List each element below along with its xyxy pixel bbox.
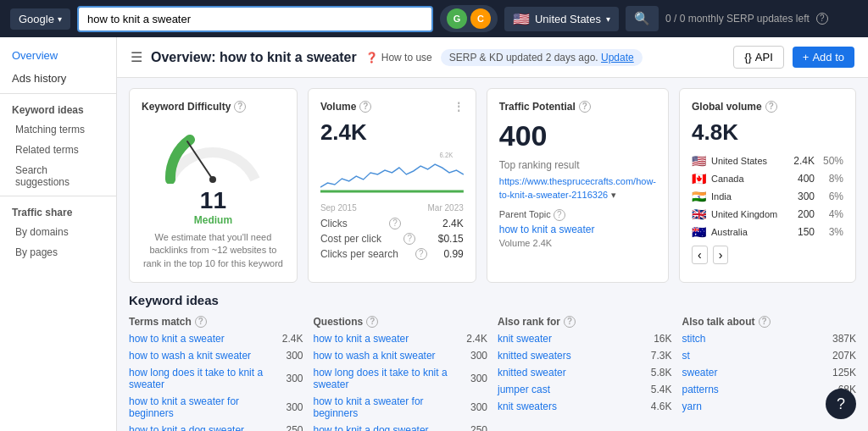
ideas-link[interactable]: jumper cast — [498, 384, 642, 395]
ideas-val: 387K — [826, 333, 856, 345]
keyword-ideas-grid: Terms match ? how to knit a sweater 2.4K… — [129, 316, 856, 431]
parent-topic-info-icon[interactable]: ? — [554, 209, 565, 221]
ideas-col-info-icon[interactable]: ? — [195, 316, 207, 328]
ideas-row: stitch 387K — [682, 333, 857, 345]
ideas-link[interactable]: how long does it take to knit a sweater — [129, 367, 273, 390]
help-fab[interactable]: ? — [826, 389, 856, 419]
difficulty-info-icon[interactable]: ? — [234, 101, 246, 113]
ideas-row: how to knit a dog sweater 250 — [129, 424, 303, 431]
sidebar-item-matching[interactable]: Matching terms — [0, 119, 116, 140]
ideas-col-1: Questions ? how to knit a sweater 2.4K h… — [314, 316, 488, 431]
menu-icon[interactable]: ☰ — [131, 49, 142, 65]
updates-text: 0 / 0 monthly SERP updates left — [665, 13, 810, 25]
ideas-link[interactable]: patterns — [682, 384, 826, 395]
ideas-col-info-icon[interactable]: ? — [366, 316, 378, 328]
ideas-col-2: Also rank for ? knit sweater 16K knitted… — [498, 316, 672, 431]
api-button[interactable]: {} API — [733, 46, 784, 69]
global-card: Global volume ? 4.8K 🇺🇸 United States 2.… — [679, 88, 856, 283]
country-name: India — [711, 191, 779, 202]
search-wrap — [77, 6, 433, 32]
volume-more-icon[interactable]: ⋮ — [453, 101, 464, 113]
top-result-url[interactable]: https://www.thesprucecrafts.com/how-to-k… — [499, 176, 656, 200]
country-volume: 200 — [789, 208, 815, 220]
ideas-link[interactable]: how to wash a knit sweater — [314, 350, 458, 362]
ideas-row: knit sweater 16K — [498, 333, 672, 345]
search-input[interactable] — [77, 6, 433, 32]
country-selector[interactable]: 🇺🇸 United States ▾ — [504, 7, 619, 31]
country-flag-icon: 🇦🇺 — [692, 225, 706, 239]
ideas-row: knitted sweater 5.8K — [498, 367, 672, 379]
ideas-link[interactable]: knitted sweater — [498, 367, 642, 379]
country-row: 🇦🇺 Australia 150 3% — [692, 225, 843, 239]
ideas-link[interactable]: st — [682, 350, 826, 362]
country-pct: 3% — [820, 226, 843, 238]
svg-text:6.2K: 6.2K — [439, 150, 453, 159]
ideas-row: how to knit a dog sweater 250 — [314, 424, 488, 431]
sidebar-section-keyword-ideas: Keyword ideas — [0, 97, 116, 119]
user-icon-green: G — [447, 8, 467, 29]
flag-icon: 🇺🇸 — [513, 11, 530, 27]
ideas-link[interactable]: knit sweater — [498, 333, 642, 345]
clicks-info-icon[interactable]: ? — [389, 218, 401, 229]
ideas-row: st 207K — [682, 350, 857, 362]
sidebar-item-ads-history[interactable]: Ads history — [0, 67, 116, 90]
ideas-link[interactable]: yarn — [682, 401, 826, 412]
cpc-info-icon[interactable]: ? — [403, 233, 415, 245]
ideas-val: 7.3K — [642, 350, 672, 362]
volume-value: 2.4K — [320, 119, 464, 146]
ideas-link[interactable]: how long does it take to knit a sweater — [314, 367, 458, 390]
google-dropdown[interactable]: Google ▾ — [10, 8, 70, 30]
ideas-row: how long does it take to knit a sweater … — [129, 367, 303, 390]
ideas-val: 16K — [642, 333, 672, 345]
ideas-val: 125K — [826, 367, 856, 379]
gauge-chart — [162, 124, 264, 184]
difficulty-card: Keyword Difficulty ? — [129, 88, 298, 283]
date-start: Sep 2015 — [320, 203, 357, 213]
sidebar-item-by-pages[interactable]: By pages — [0, 242, 116, 262]
ideas-link[interactable]: how to knit a sweater — [129, 333, 273, 345]
volume-info-icon[interactable]: ? — [359, 101, 371, 113]
ideas-row: jumper cast 5.4K — [498, 384, 672, 395]
sidebar-item-search-suggestions[interactable]: Search suggestions — [0, 160, 116, 192]
sidebar-item-overview[interactable]: Overview — [0, 44, 116, 67]
user-icons: G C — [440, 5, 498, 32]
how-to-use-button[interactable]: ❓ How to use — [365, 52, 432, 64]
global-next-button[interactable]: › — [713, 246, 729, 264]
ideas-row: knit sweaters 4.6K — [498, 401, 672, 412]
ideas-link[interactable]: how to knit a sweater for beginners — [129, 395, 273, 419]
ideas-col-info-icon[interactable]: ? — [564, 316, 576, 328]
ideas-link[interactable]: stitch — [682, 333, 826, 345]
country-flag-icon: 🇮🇳 — [692, 190, 706, 203]
global-value: 4.8K — [692, 119, 843, 146]
ideas-link[interactable]: how to knit a sweater — [314, 333, 458, 345]
updates-info-icon[interactable]: ? — [816, 13, 828, 25]
ideas-col-info-icon[interactable]: ? — [759, 316, 771, 328]
cps-info-icon[interactable]: ? — [415, 248, 427, 260]
country-name: Australia — [711, 227, 779, 237]
parent-topic-link[interactable]: how to knit a sweater — [499, 224, 656, 235]
global-prev-button[interactable]: ‹ — [692, 246, 708, 264]
ideas-link[interactable]: how to knit a sweater for beginners — [314, 395, 458, 419]
global-info-icon[interactable]: ? — [765, 101, 777, 113]
ideas-link[interactable]: knitted sweaters — [498, 350, 642, 362]
ideas-row: knitted sweaters 7.3K — [498, 350, 672, 362]
search-button[interactable]: 🔍 — [626, 6, 659, 31]
svg-point-1 — [209, 176, 216, 183]
ideas-link[interactable]: sweater — [682, 367, 826, 379]
ideas-val: 300 — [273, 401, 303, 413]
country-volume: 150 — [789, 226, 815, 238]
ideas-link[interactable]: how to wash a knit sweater — [129, 350, 273, 362]
ideas-link[interactable]: how to knit a dog sweater — [129, 424, 273, 431]
traffic-info-icon[interactable]: ? — [579, 101, 591, 113]
update-link[interactable]: Update — [601, 52, 634, 64]
cards-row: Keyword Difficulty ? — [117, 78, 868, 293]
dropdown-arrow-icon[interactable]: ▾ — [611, 190, 616, 200]
ideas-link[interactable]: knit sweaters — [498, 401, 642, 412]
ideas-link[interactable]: how to knit a dog sweater — [314, 424, 458, 431]
ideas-col-0: Terms match ? how to knit a sweater 2.4K… — [129, 316, 303, 431]
sidebar-item-by-domains[interactable]: By domains — [0, 222, 116, 242]
ideas-col-title-3: Also talk about ? — [682, 316, 857, 328]
sidebar-item-related[interactable]: Related terms — [0, 140, 116, 160]
google-label: Google — [19, 13, 54, 25]
add-button[interactable]: + Add to — [793, 47, 854, 68]
